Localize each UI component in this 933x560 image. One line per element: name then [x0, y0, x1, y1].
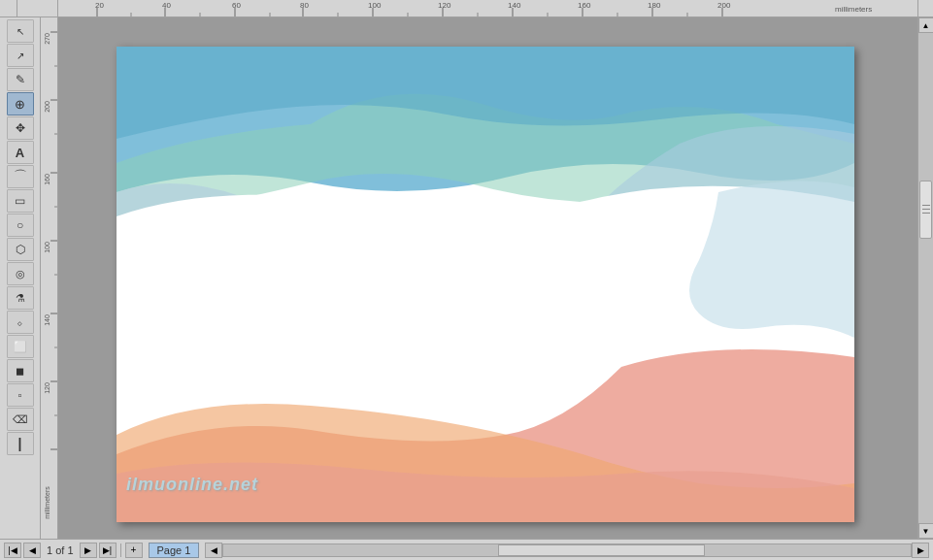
paintbucket-tool[interactable]: ⬦: [7, 311, 34, 334]
page-tab[interactable]: Page 1: [149, 543, 200, 558]
fill-tool[interactable]: ◼: [7, 359, 34, 382]
status-bar: |◀ ◀ 1 of 1 ▶ ▶| + Page 1 ◀ ▶: [0, 539, 933, 560]
shadow-tool[interactable]: ▫: [7, 383, 34, 407]
scroll-grip: [922, 200, 930, 219]
prev-page-btn[interactable]: ◀: [23, 543, 41, 558]
polygon-tool[interactable]: ⬡: [7, 238, 34, 261]
ellipse-tool[interactable]: ○: [7, 214, 34, 237]
svg-text:100: 100: [368, 1, 382, 10]
last-page-btn[interactable]: ▶|: [99, 543, 117, 558]
ruler-corner-right: [917, 0, 933, 17]
freehand-tool[interactable]: ✎: [7, 68, 34, 91]
knife-tool[interactable]: |: [7, 432, 34, 455]
svg-text:60: 60: [232, 1, 241, 10]
svg-text:180: 180: [648, 1, 661, 10]
curve-tool[interactable]: ⌒: [7, 165, 34, 188]
add-page-btn[interactable]: +: [125, 543, 143, 558]
main-area: ↖ ↗ ✎ ⊕ ✥ A ⌒ ▭ ○ ⬡ ◎ ⚗ ⬦ ⬜ ◼ ▫ ⌫ | 270 …: [0, 17, 933, 539]
rect-tool[interactable]: ▭: [7, 189, 34, 213]
app-container: 20 40 60 80 100 120 140 160 180 200: [0, 0, 933, 560]
svg-text:100: 100: [44, 242, 50, 253]
svg-text:160: 160: [44, 174, 50, 185]
svg-text:140: 140: [44, 314, 50, 326]
scroll-left-btn[interactable]: ◀: [205, 543, 222, 558]
text-tool[interactable]: A: [7, 141, 34, 164]
outline-tool[interactable]: ⬜: [7, 335, 34, 358]
pointer-tool[interactable]: ↖: [7, 19, 34, 43]
page-indicator: 1 of 1: [43, 544, 78, 556]
svg-text:80: 80: [300, 1, 309, 10]
canvas-area[interactable]: ilmuonline.net: [58, 17, 917, 539]
grip-line-3: [922, 213, 930, 214]
vertical-ruler: 270 200 160 100 140 120 mi: [41, 17, 58, 539]
svg-text:120: 120: [438, 1, 451, 10]
pan-tool[interactable]: ✥: [7, 116, 34, 140]
grip-line-1: [922, 205, 930, 206]
horizontal-ruler: 20 40 60 80 100 120 140 160 180 200: [58, 0, 917, 17]
eraser-tool[interactable]: ⌫: [7, 408, 34, 431]
scroll-track[interactable]: [918, 33, 933, 523]
status-sep-1: [120, 544, 121, 557]
document-page: ilmuonline.net: [117, 47, 854, 522]
scroll-right-btn[interactable]: ▶: [912, 543, 929, 558]
svg-text:160: 160: [578, 1, 591, 10]
first-page-btn[interactable]: |◀: [4, 543, 21, 558]
svg-text:200: 200: [717, 1, 731, 10]
scroll-up-btn[interactable]: ▲: [918, 17, 934, 33]
hscroll-track[interactable]: [222, 544, 912, 557]
left-toolbar: ↖ ↗ ✎ ⊕ ✥ A ⌒ ▭ ○ ⬡ ◎ ⚗ ⬦ ⬜ ◼ ▫ ⌫ |: [0, 17, 41, 539]
ruler-corner: [0, 0, 17, 17]
svg-text:20: 20: [95, 1, 104, 10]
eyedropper-tool[interactable]: ⚗: [7, 286, 34, 310]
hscroll-thumb[interactable]: [498, 544, 704, 556]
spiral-tool[interactable]: ◎: [7, 262, 34, 285]
svg-text:270: 270: [44, 33, 50, 45]
svg-text:140: 140: [508, 1, 521, 10]
subselect-tool[interactable]: ↗: [7, 44, 34, 67]
scroll-down-btn[interactable]: ▼: [918, 523, 934, 539]
svg-text:200: 200: [44, 101, 50, 113]
bottom-scrollbar[interactable]: ◀ ▶: [205, 543, 929, 558]
svg-text:120: 120: [44, 382, 50, 394]
toolbar-top: [17, 0, 58, 17]
svg-text:40: 40: [162, 1, 171, 10]
svg-text:millimeters: millimeters: [835, 5, 872, 14]
svg-text:millimeters: millimeters: [44, 486, 50, 519]
top-ruler-area: 20 40 60 80 100 120 140 160 180 200: [0, 0, 933, 17]
grip-line-2: [922, 209, 930, 210]
right-scrollbar: ▲ ▼: [917, 17, 933, 539]
scroll-thumb[interactable]: [919, 181, 932, 239]
artwork-svg: [117, 47, 854, 522]
next-page-btn[interactable]: ▶: [80, 543, 97, 558]
zoom-tool[interactable]: ⊕: [7, 92, 34, 115]
